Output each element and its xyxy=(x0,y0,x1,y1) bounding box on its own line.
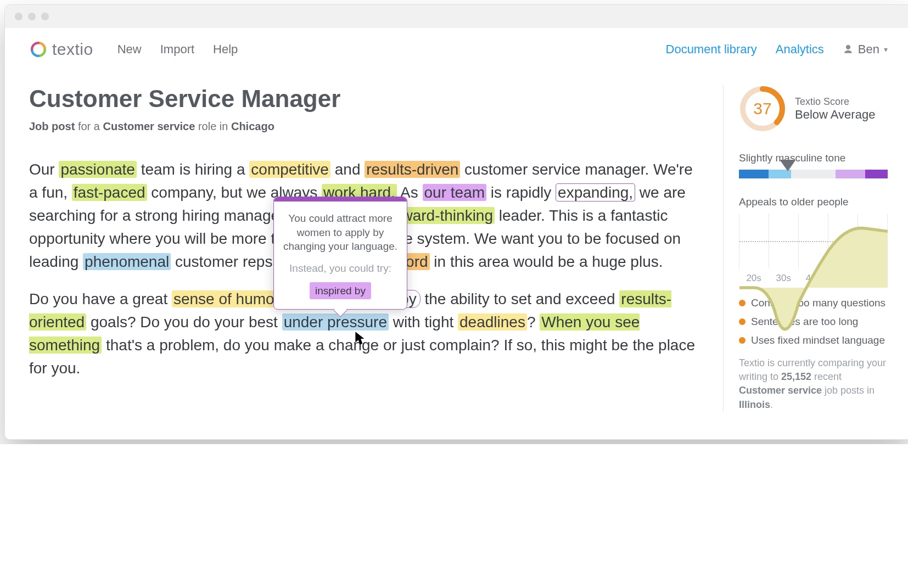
sub-location: Chicago xyxy=(231,120,274,132)
user-menu[interactable]: Ben ▾ xyxy=(843,42,888,57)
nav-import[interactable]: Import xyxy=(160,42,194,57)
score-value: 37 xyxy=(739,85,786,132)
main-content: Customer Service Manager Job post for a … xyxy=(5,64,908,439)
nav-analytics[interactable]: Analytics xyxy=(776,42,824,57)
document-title[interactable]: Customer Service Manager xyxy=(29,85,701,113)
score-label: Textio Score xyxy=(795,96,875,108)
tone-marker xyxy=(781,161,794,171)
nav-help[interactable]: Help xyxy=(213,42,238,57)
popover-text: You could attract more women to apply by… xyxy=(282,211,399,254)
highlight-under-pressure[interactable]: under pressure xyxy=(282,313,389,331)
highlight-our-team[interactable]: our team xyxy=(423,184,487,201)
logo-ring-icon xyxy=(29,40,48,59)
user-name: Ben xyxy=(858,42,879,57)
comparison-note: Textio is currently comparing your writi… xyxy=(739,356,888,412)
brand-logo[interactable]: textio xyxy=(29,40,93,59)
document-subtitle: Job post for a Customer service role in … xyxy=(29,120,701,133)
sub-role: Customer service xyxy=(103,120,195,132)
brand-name: textio xyxy=(52,40,93,59)
sidebar: 37 Textio Score Below Average Slightly m… xyxy=(723,85,888,412)
app-window: textio New Import Help Document library … xyxy=(4,4,908,440)
tone-label: Slightly masculine tone xyxy=(739,152,888,164)
highlight-sense-of-humor[interactable]: sense of humor xyxy=(172,290,281,307)
age-chart xyxy=(739,214,888,268)
highlight-deadlines[interactable]: deadlines xyxy=(458,313,527,331)
compare-category: Customer service xyxy=(739,385,822,396)
chevron-down-icon: ▾ xyxy=(884,45,888,54)
highlight-competitive[interactable]: competitive xyxy=(249,161,330,178)
highlight-expanding[interactable]: expanding, xyxy=(556,183,635,201)
popover-suggestion[interactable]: inspired by xyxy=(310,282,371,300)
window-titlebar xyxy=(5,5,908,28)
top-nav: textio New Import Help Document library … xyxy=(5,28,908,64)
highlight-fast-paced[interactable]: fast-paced xyxy=(72,184,147,201)
window-close-dot[interactable] xyxy=(15,13,23,20)
tone-meter xyxy=(739,170,888,178)
editor-pane[interactable]: Customer Service Manager Job post for a … xyxy=(29,85,712,412)
highlight-phenomenal[interactable]: phenomenal xyxy=(83,253,171,270)
suggestion-popover[interactable]: You could attract more women to apply by… xyxy=(273,197,407,310)
user-icon xyxy=(843,44,854,55)
score-ring: 37 xyxy=(739,85,786,132)
age-label: Appeals to older people xyxy=(739,196,888,208)
popover-subtext: Instead, you could try: xyxy=(282,261,399,276)
highlight-results-driven[interactable]: results-driven xyxy=(365,161,460,178)
nav-document-library[interactable]: Document library xyxy=(666,42,757,57)
score-widget: 37 Textio Score Below Average xyxy=(739,85,888,132)
compare-count: 25,152 xyxy=(781,371,811,382)
sub-prefix: Job post xyxy=(29,120,75,132)
window-max-dot[interactable] xyxy=(41,13,49,20)
nav-new[interactable]: New xyxy=(117,42,142,57)
popover-accent xyxy=(274,197,407,201)
window-min-dot[interactable] xyxy=(28,13,36,20)
compare-region: Illinois xyxy=(739,399,770,410)
score-rating: Below Average xyxy=(795,108,875,122)
highlight-passionate[interactable]: passionate xyxy=(59,161,136,178)
